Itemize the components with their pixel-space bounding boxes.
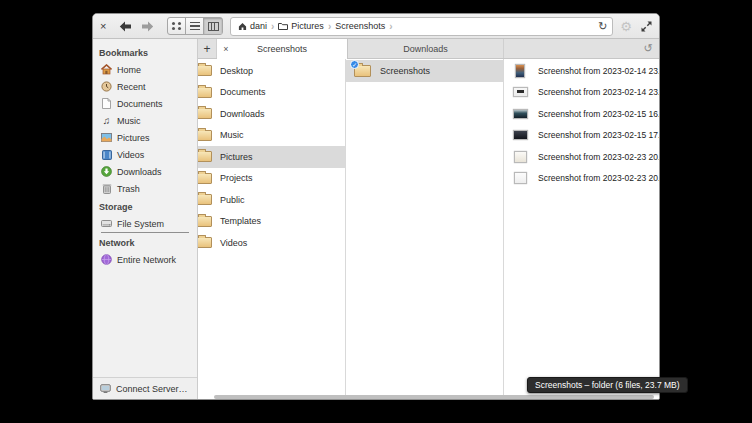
folder-icon (198, 173, 212, 184)
breadcrumb-pictures[interactable]: Pictures (276, 21, 326, 31)
sidebar-item-label: Documents (117, 99, 163, 109)
file-row[interactable]: Screenshot from 2023-02-14 23... (504, 82, 659, 104)
column-view-icon (208, 22, 219, 31)
grid-view-button[interactable] (168, 18, 186, 34)
breadcrumb-screenshots[interactable]: Screenshots (333, 21, 387, 31)
sidebar-item-label: Home (117, 65, 141, 75)
file-row[interactable]: Screenshot from 2023-02-14 23... (504, 60, 659, 82)
folder-row-desktop[interactable]: Desktop (198, 60, 345, 82)
folder-row-downloads[interactable]: Downloads (198, 103, 345, 125)
breadcrumb-label: Pictures (291, 21, 324, 31)
file-thumbnail-icon (511, 84, 529, 100)
trash-icon (101, 183, 112, 194)
chevron-right-icon: › (389, 21, 392, 32)
tab-screenshots[interactable]: × Screenshots (217, 39, 348, 59)
folder-label: Downloads (220, 109, 265, 119)
breadcrumb-home[interactable]: dani (236, 21, 269, 31)
history-button[interactable]: ↺ (637, 39, 659, 58)
tab-label: Downloads (403, 44, 448, 54)
folder-row-videos[interactable]: Videos (198, 232, 345, 254)
folder-label: Videos (220, 238, 247, 248)
video-icon (101, 149, 112, 160)
file-manager-window: × (92, 13, 660, 400)
sidebar-item-videos[interactable]: Videos (93, 146, 197, 163)
refresh-button[interactable]: ↻ (598, 21, 607, 32)
file-row[interactable]: Screenshot from 2023-02-23 20... (504, 146, 659, 168)
folder-row-music[interactable]: Music (198, 125, 345, 147)
forward-button[interactable] (136, 17, 158, 35)
folder-row-public[interactable]: Public (198, 189, 345, 211)
sidebar-item-label: Music (117, 116, 141, 126)
file-name: Screenshot from 2023-02-14 23... (538, 87, 659, 97)
folder-row-screenshots[interactable]: ✓ Screenshots (346, 60, 503, 82)
file-name: Screenshot from 2023-02-14 23... (538, 66, 659, 76)
breadcrumb-label: dani (250, 21, 267, 31)
document-icon (101, 98, 112, 109)
settings-menu-button[interactable]: ⚙ (620, 20, 632, 33)
sidebar-item-label: Downloads (117, 167, 162, 177)
tooltip-text: Screenshots – folder (6 files, 23.7 MB) (535, 380, 680, 390)
view-switcher (167, 17, 223, 35)
folder-row-templates[interactable]: Templates (198, 211, 345, 233)
music-note-icon: ♫ (101, 115, 112, 126)
folder-label: Music (220, 130, 244, 140)
chevron-right-icon: › (328, 21, 331, 32)
file-thumbnail-icon (511, 149, 529, 165)
back-button[interactable] (114, 17, 136, 35)
folder-row-pictures[interactable]: Pictures (198, 146, 345, 168)
file-row[interactable]: Screenshot from 2023-02-15 17... (504, 125, 659, 147)
back-arrow-icon (119, 21, 132, 32)
folder-icon (198, 237, 212, 248)
miller-columns: Desktop Documents Downloads Music (198, 59, 659, 399)
folder-label: Public (220, 195, 245, 205)
window-body: Bookmarks Home Recent (93, 39, 659, 399)
connect-server-label: Connect Server… (116, 384, 188, 394)
file-row[interactable]: Screenshot from 2023-02-23 20... (504, 168, 659, 190)
sidebar-item-recent[interactable]: Recent (93, 78, 197, 95)
status-tooltip: Screenshots – folder (6 files, 23.7 MB) (527, 377, 688, 393)
sidebar-item-label: Recent (117, 82, 146, 92)
folder-icon (278, 22, 288, 30)
connect-server-button[interactable]: Connect Server… (93, 377, 197, 399)
path-bar[interactable]: dani › Pictures › Screenshots › ↻ (230, 17, 613, 36)
file-name: Screenshot from 2023-02-23 20... (538, 173, 659, 183)
horizontal-scrollbar[interactable] (214, 395, 654, 399)
sidebar-item-label: Pictures (117, 133, 150, 143)
sidebar-section-bookmarks: Bookmarks (93, 43, 197, 61)
fullscreen-button[interactable] (641, 21, 652, 32)
folder-icon (198, 65, 212, 76)
sidebar-item-music[interactable]: ♫ Music (93, 112, 197, 129)
column-pictures: ✓ Screenshots (346, 59, 504, 399)
home-icon (101, 64, 112, 75)
new-tab-button[interactable]: + (198, 39, 217, 58)
chevron-right-icon: › (271, 21, 274, 32)
list-view-button[interactable] (186, 18, 204, 34)
column-home: Desktop Documents Downloads Music (198, 59, 346, 399)
file-name: Screenshot from 2023-02-23 20... (538, 152, 659, 162)
folder-label: Documents (220, 87, 266, 97)
folder-icon: ✓ (354, 65, 371, 77)
tab-bar-spacer (504, 39, 637, 58)
sidebar-item-file-system[interactable]: File System (93, 215, 197, 232)
sidebar-item-home[interactable]: Home (93, 61, 197, 78)
breadcrumb-label: Screenshots (335, 21, 385, 31)
folder-label: Templates (220, 216, 261, 226)
folder-label: Desktop (220, 66, 253, 76)
column-view-button[interactable] (204, 18, 222, 34)
sidebar-item-pictures[interactable]: Pictures (93, 129, 197, 146)
tab-downloads[interactable]: Downloads (348, 39, 504, 58)
folder-row-documents[interactable]: Documents (198, 82, 345, 104)
sidebar-item-downloads[interactable]: Downloads (93, 163, 197, 180)
sidebar-section-storage: Storage (93, 197, 197, 215)
folder-label: Screenshots (380, 66, 430, 76)
sidebar-item-label: Entire Network (117, 255, 176, 265)
tab-close-icon[interactable]: × (217, 44, 235, 54)
sidebar-item-entire-network[interactable]: Entire Network (93, 251, 197, 268)
sidebar: Bookmarks Home Recent (93, 39, 198, 399)
sidebar-item-trash[interactable]: Trash (93, 180, 197, 197)
file-row[interactable]: Screenshot from 2023-02-15 16... (504, 103, 659, 125)
window-close-button[interactable]: × (100, 21, 114, 32)
sidebar-item-documents[interactable]: Documents (93, 95, 197, 112)
folder-row-projects[interactable]: Projects (198, 168, 345, 190)
folder-icon (198, 151, 212, 162)
